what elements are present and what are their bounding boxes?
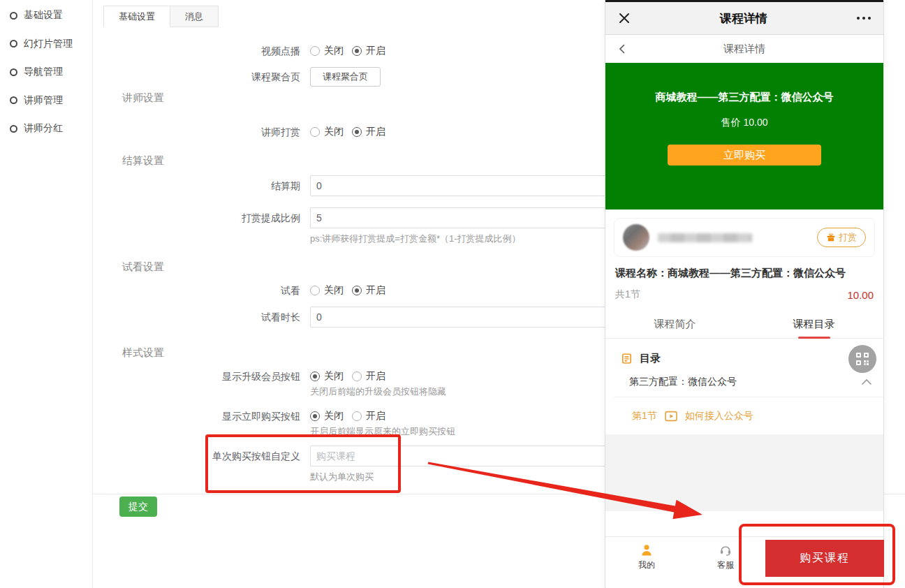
field-hint: 默认为单次购买 — [310, 471, 631, 483]
sidebar-item-label: 基础设置 — [24, 9, 63, 22]
tab-basic-settings[interactable]: 基础设置 — [103, 6, 170, 27]
reward-button-label: 打赏 — [839, 231, 857, 244]
banner-course-title: 商城教程——第三方配置：微信公众号 — [605, 91, 883, 104]
radio-option-on[interactable]: 开启 — [352, 370, 385, 383]
radio-icon-checked[interactable] — [352, 286, 362, 295]
aggregation-page-button[interactable]: 课程聚合页 — [310, 67, 381, 87]
lesson-row[interactable]: 第1节 如何接入公众号 — [605, 397, 883, 434]
content-background — [605, 434, 883, 511]
circle-bullet-icon — [10, 96, 17, 104]
tab-course-intro[interactable]: 课程简介 — [605, 311, 744, 338]
radio-option-off[interactable]: 关闭 — [310, 284, 344, 297]
chapter-name: 第三方配置：微信公众号 — [629, 376, 861, 388]
qr-code-icon[interactable] — [848, 345, 876, 373]
radio-icon[interactable] — [352, 372, 362, 381]
tab-messages[interactable]: 消息 — [170, 6, 219, 27]
page-navbar: 课程详情 — [605, 35, 883, 63]
field-label: 课程聚合页 — [93, 67, 300, 87]
radio-option-on[interactable]: 开启 — [352, 410, 385, 422]
page-title: 课程详情 — [628, 43, 861, 56]
catalog-header: 目录 — [605, 339, 883, 367]
field-label: 显示立即购买按钮 — [93, 409, 300, 423]
field-hint: 关闭后前端的升级会员按钮将隐藏 — [310, 385, 446, 398]
radio-option-on[interactable]: 开启 — [352, 126, 385, 138]
headset-icon — [719, 543, 733, 557]
lesson-count: 共1节 — [615, 288, 640, 301]
sidebar-item-basic-settings[interactable]: 基础设置 — [0, 1, 92, 30]
bottom-tabbar: 我的 客服 购买课程 — [605, 536, 883, 588]
section-style-settings: 样式设置 — [122, 346, 164, 360]
field-label: 单次购买按钮自定义 — [93, 446, 300, 466]
chapter-row[interactable]: 第三方配置：微信公众号 — [614, 367, 883, 397]
course-meta: 共1节 10.00 — [615, 288, 874, 301]
radio-icon[interactable] — [352, 411, 362, 421]
radio-icon[interactable] — [310, 127, 320, 137]
radio-option-on[interactable]: 开启 — [352, 45, 385, 57]
radio-option-off[interactable]: 关闭 — [310, 45, 344, 57]
settle-period-input[interactable] — [310, 175, 631, 196]
chevron-up-icon[interactable] — [861, 378, 872, 385]
field-label: 视频点播 — [93, 44, 300, 58]
section-trial-settings: 试看设置 — [122, 260, 164, 274]
radio-icon[interactable] — [310, 286, 320, 295]
lesson-number: 第1节 — [632, 410, 657, 422]
section-tutor-settings: 讲师设置 — [122, 91, 164, 105]
tab-mine-label: 我的 — [638, 559, 655, 571]
course-banner: 商城教程——第三方配置：微信公众号 售价 10.00 立即购买 — [605, 63, 883, 210]
lesson-title: 如何接入公众号 — [685, 410, 753, 422]
circle-bullet-icon — [10, 68, 17, 76]
circle-bullet-icon — [10, 40, 17, 47]
tab-mine[interactable]: 我的 — [626, 543, 668, 571]
course-name: 课程名称：商城教程——第三方配置：微信公众号 — [615, 267, 874, 280]
tab-course-catalog[interactable]: 课程目录 — [744, 311, 883, 338]
radio-option-off[interactable]: 关闭 — [310, 370, 344, 383]
radio-icon-checked[interactable] — [352, 127, 362, 137]
radio-icon-checked[interactable] — [352, 46, 362, 56]
sidebar-item-tutor-management[interactable]: 讲师管理 — [0, 87, 92, 115]
more-icon[interactable] — [857, 17, 871, 20]
buy-course-button[interactable]: 购买课程 — [765, 540, 884, 577]
tab-service-label: 客服 — [717, 559, 734, 571]
sidebar-item-tutor-dividend[interactable]: 讲师分红 — [0, 115, 92, 143]
sidebar-item-label: 讲师管理 — [24, 94, 63, 107]
trial-duration-input[interactable] — [310, 307, 631, 328]
course-price: 10.00 — [847, 289, 874, 301]
page: 基础设置 幻灯片管理 导航管理 讲师管理 讲师分红 基础设置 消息 视频点播 — [0, 0, 905, 588]
banner-price: 售价 10.00 — [605, 117, 883, 129]
field-label: 试看时长 — [93, 307, 300, 328]
reward-button[interactable]: 打赏 — [817, 228, 866, 247]
sidebar-item-label: 讲师分红 — [24, 122, 63, 135]
sidebar-item-slides[interactable]: 幻灯片管理 — [0, 30, 92, 59]
radio-label: 关闭 — [324, 410, 344, 422]
tab-customer-service[interactable]: 客服 — [705, 543, 746, 571]
radio-icon-checked[interactable] — [310, 372, 320, 381]
catalog-doc-icon — [621, 353, 633, 365]
close-icon[interactable] — [618, 12, 631, 24]
sidebar-item-navigation[interactable]: 导航管理 — [0, 58, 92, 87]
radio-label: 开启 — [366, 284, 385, 297]
radio-label: 关闭 — [324, 126, 344, 138]
single-buy-custom-input[interactable] — [310, 446, 631, 466]
circle-bullet-icon — [10, 12, 17, 20]
field-label: 结算期 — [93, 175, 300, 196]
mobile-preview: 课程详情 课程详情 商城教程——第三方配置：微信公众号 售价 10.00 立即购… — [605, 0, 884, 588]
radio-option-off[interactable]: 关闭 — [310, 126, 344, 138]
radio-label: 关闭 — [324, 284, 344, 297]
radio-option-on[interactable]: 开启 — [352, 284, 385, 297]
tutor-name-blurred — [658, 233, 752, 242]
tutor-card: 打赏 — [614, 218, 875, 257]
course-tabs: 课程简介 课程目录 — [605, 311, 883, 339]
buy-now-button[interactable]: 立即购买 — [668, 145, 821, 166]
radio-option-off[interactable]: 关闭 — [310, 410, 344, 422]
radio-icon[interactable] — [310, 46, 320, 56]
video-icon — [664, 411, 678, 422]
back-icon[interactable] — [617, 43, 628, 54]
titlebar-title: 课程详情 — [631, 10, 857, 27]
field-hint: ps:讲师获得打赏提成=打赏金额*（1-打赏提成比例） — [310, 233, 631, 245]
reward-ratio-input[interactable] — [310, 207, 631, 228]
avatar — [623, 224, 649, 251]
radio-icon-checked[interactable] — [310, 411, 320, 421]
sidebar-item-label: 导航管理 — [24, 66, 63, 78]
submit-button[interactable]: 提交 — [119, 497, 157, 517]
radio-label: 开启 — [366, 370, 385, 383]
